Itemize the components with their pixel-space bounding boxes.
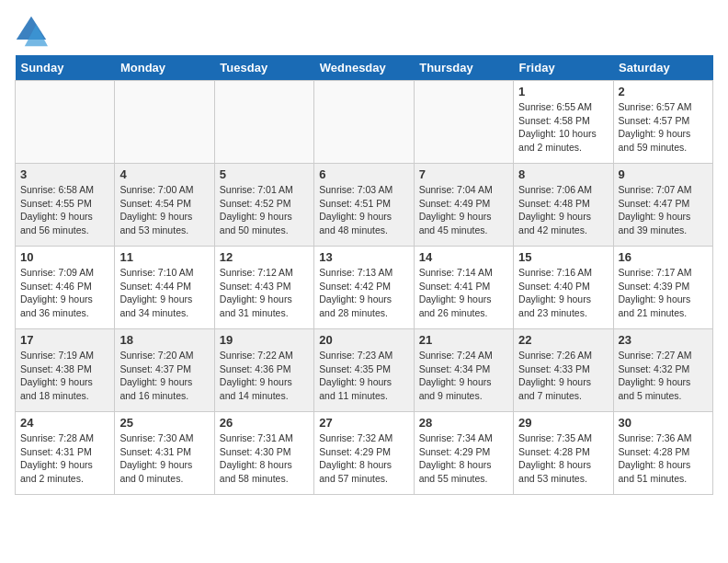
day-number: 19 [220,333,309,347]
day-number: 10 [20,250,109,264]
day-info: Sunrise: 7:23 AM Sunset: 4:35 PM Dayligh… [319,349,408,403]
day-info: Sunrise: 7:26 AM Sunset: 4:33 PM Dayligh… [518,349,608,403]
calendar-header-row: SundayMondayTuesdayWednesdayThursdayFrid… [16,55,713,81]
day-info: Sunrise: 7:28 AM Sunset: 4:31 PM Dayligh… [20,431,109,486]
calendar-day-header: Friday [514,55,613,81]
calendar-cell: 22Sunrise: 7:26 AM Sunset: 4:33 PM Dayli… [514,329,613,412]
calendar-cell: 10Sunrise: 7:09 AM Sunset: 4:46 PM Dayli… [16,247,115,329]
day-info: Sunrise: 7:03 AM Sunset: 4:51 PM Dayligh… [319,183,408,237]
day-info: Sunrise: 7:34 AM Sunset: 4:29 PM Dayligh… [419,431,508,486]
day-info: Sunrise: 7:35 AM Sunset: 4:28 PM Dayligh… [518,431,608,486]
calendar-day-header: Saturday [613,55,712,81]
calendar-week-row: 3Sunrise: 6:58 AM Sunset: 4:55 PM Daylig… [16,164,713,247]
calendar-cell: 25Sunrise: 7:30 AM Sunset: 4:31 PM Dayli… [115,412,214,495]
day-info: Sunrise: 7:07 AM Sunset: 4:47 PM Dayligh… [619,183,708,237]
day-number: 28 [419,416,508,430]
calendar-cell: 11Sunrise: 7:10 AM Sunset: 4:44 PM Dayli… [115,247,214,329]
calendar-cell: 30Sunrise: 7:36 AM Sunset: 4:28 PM Dayli… [613,412,712,495]
day-number: 27 [319,416,408,430]
day-info: Sunrise: 7:13 AM Sunset: 4:42 PM Dayligh… [319,266,408,320]
logo [15,15,51,48]
calendar-cell: 16Sunrise: 7:17 AM Sunset: 4:39 PM Dayli… [613,247,712,329]
day-info: Sunrise: 7:14 AM Sunset: 4:41 PM Dayligh… [419,266,508,320]
calendar-cell: 27Sunrise: 7:32 AM Sunset: 4:29 PM Dayli… [314,412,414,495]
calendar-cell: 8Sunrise: 7:06 AM Sunset: 4:48 PM Daylig… [514,164,613,247]
day-number: 6 [319,167,408,181]
calendar-cell: 14Sunrise: 7:14 AM Sunset: 4:41 PM Dayli… [414,247,513,329]
calendar-cell [115,81,214,164]
day-number: 20 [319,333,408,347]
day-number: 14 [419,250,508,264]
calendar-day-header: Monday [115,55,214,81]
calendar-cell: 26Sunrise: 7:31 AM Sunset: 4:30 PM Dayli… [214,412,313,495]
calendar-day-header: Sunday [16,55,115,81]
calendar-cell: 20Sunrise: 7:23 AM Sunset: 4:35 PM Dayli… [314,329,414,412]
day-info: Sunrise: 7:16 AM Sunset: 4:40 PM Dayligh… [518,266,608,320]
day-number: 9 [619,167,708,181]
calendar-cell [214,81,313,164]
day-info: Sunrise: 7:31 AM Sunset: 4:30 PM Dayligh… [220,431,309,486]
day-info: Sunrise: 7:04 AM Sunset: 4:49 PM Dayligh… [419,183,508,237]
calendar-day-header: Wednesday [314,55,414,81]
calendar-cell: 2Sunrise: 6:57 AM Sunset: 4:57 PM Daylig… [613,81,712,164]
calendar-cell: 18Sunrise: 7:20 AM Sunset: 4:37 PM Dayli… [115,329,214,412]
calendar-day-header: Tuesday [214,55,313,81]
calendar-cell: 1Sunrise: 6:55 AM Sunset: 4:58 PM Daylig… [514,81,613,164]
day-number: 1 [518,85,608,98]
day-number: 8 [518,167,608,181]
calendar-cell: 6Sunrise: 7:03 AM Sunset: 4:51 PM Daylig… [314,164,414,247]
day-number: 12 [220,250,309,264]
calendar-cell [314,81,414,164]
logo-icon [15,15,48,48]
day-info: Sunrise: 7:27 AM Sunset: 4:32 PM Dayligh… [619,349,708,403]
day-info: Sunrise: 7:00 AM Sunset: 4:54 PM Dayligh… [119,183,209,237]
day-info: Sunrise: 7:01 AM Sunset: 4:52 PM Dayligh… [220,183,309,237]
day-number: 25 [119,416,209,430]
calendar-cell [414,81,513,164]
calendar-cell: 12Sunrise: 7:12 AM Sunset: 4:43 PM Dayli… [214,247,313,329]
calendar-week-row: 10Sunrise: 7:09 AM Sunset: 4:46 PM Dayli… [16,247,713,329]
day-info: Sunrise: 7:32 AM Sunset: 4:29 PM Dayligh… [319,431,408,486]
calendar-week-row: 17Sunrise: 7:19 AM Sunset: 4:38 PM Dayli… [16,329,713,412]
day-info: Sunrise: 7:12 AM Sunset: 4:43 PM Dayligh… [220,266,309,320]
calendar-cell [16,81,115,164]
day-info: Sunrise: 6:57 AM Sunset: 4:57 PM Dayligh… [619,100,708,155]
calendar-cell: 24Sunrise: 7:28 AM Sunset: 4:31 PM Dayli… [16,412,115,495]
day-number: 4 [119,167,209,181]
calendar-cell: 21Sunrise: 7:24 AM Sunset: 4:34 PM Dayli… [414,329,513,412]
calendar-cell: 4Sunrise: 7:00 AM Sunset: 4:54 PM Daylig… [115,164,214,247]
day-info: Sunrise: 6:55 AM Sunset: 4:58 PM Dayligh… [518,100,608,155]
day-number: 24 [20,416,109,430]
day-number: 21 [419,333,508,347]
day-number: 23 [619,333,708,347]
calendar-cell: 19Sunrise: 7:22 AM Sunset: 4:36 PM Dayli… [214,329,313,412]
day-number: 11 [119,250,209,264]
day-number: 17 [20,333,109,347]
calendar-cell: 7Sunrise: 7:04 AM Sunset: 4:49 PM Daylig… [414,164,513,247]
calendar-cell: 17Sunrise: 7:19 AM Sunset: 4:38 PM Dayli… [16,329,115,412]
day-info: Sunrise: 6:58 AM Sunset: 4:55 PM Dayligh… [20,183,109,237]
day-info: Sunrise: 7:30 AM Sunset: 4:31 PM Dayligh… [119,431,209,486]
day-number: 18 [119,333,209,347]
day-number: 7 [419,167,508,181]
calendar-cell: 29Sunrise: 7:35 AM Sunset: 4:28 PM Dayli… [514,412,613,495]
day-info: Sunrise: 7:19 AM Sunset: 4:38 PM Dayligh… [20,349,109,403]
day-number: 2 [619,85,708,98]
day-info: Sunrise: 7:17 AM Sunset: 4:39 PM Dayligh… [619,266,708,320]
calendar-cell: 28Sunrise: 7:34 AM Sunset: 4:29 PM Dayli… [414,412,513,495]
calendar-cell: 3Sunrise: 6:58 AM Sunset: 4:55 PM Daylig… [16,164,115,247]
calendar-cell: 23Sunrise: 7:27 AM Sunset: 4:32 PM Dayli… [613,329,712,412]
day-number: 13 [319,250,408,264]
calendar-week-row: 1Sunrise: 6:55 AM Sunset: 4:58 PM Daylig… [16,81,713,164]
calendar-cell: 13Sunrise: 7:13 AM Sunset: 4:42 PM Dayli… [314,247,414,329]
day-info: Sunrise: 7:06 AM Sunset: 4:48 PM Dayligh… [518,183,608,237]
day-number: 29 [518,416,608,430]
day-info: Sunrise: 7:10 AM Sunset: 4:44 PM Dayligh… [119,266,209,320]
day-number: 30 [619,416,708,430]
header [15,15,713,48]
day-info: Sunrise: 7:09 AM Sunset: 4:46 PM Dayligh… [20,266,109,320]
day-info: Sunrise: 7:20 AM Sunset: 4:37 PM Dayligh… [119,349,209,403]
calendar-cell: 15Sunrise: 7:16 AM Sunset: 4:40 PM Dayli… [514,247,613,329]
day-number: 26 [220,416,309,430]
day-info: Sunrise: 7:36 AM Sunset: 4:28 PM Dayligh… [619,431,708,486]
